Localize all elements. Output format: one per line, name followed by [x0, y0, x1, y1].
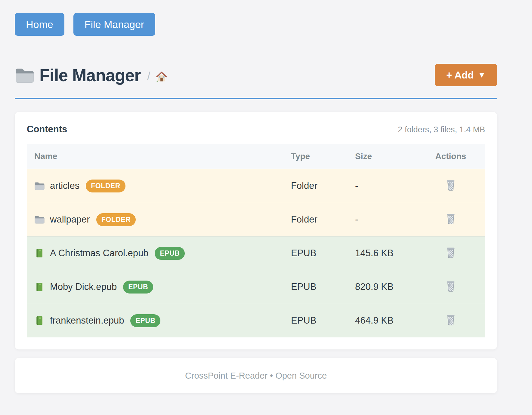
- green-book-icon: [34, 282, 45, 292]
- breadcrumb-separator: /: [147, 70, 150, 82]
- actions-cell: [416, 169, 485, 203]
- type-cell: Folder: [283, 169, 348, 203]
- green-book-icon: [34, 316, 45, 325]
- trash-icon: [446, 314, 456, 326]
- folder-icon: [34, 181, 45, 191]
- delete-button[interactable]: [444, 246, 457, 260]
- column-header-actions: Actions: [416, 144, 485, 169]
- type-badge: EPUB: [155, 247, 185, 260]
- folder-icon: [15, 66, 35, 84]
- type-badge: EPUB: [123, 281, 153, 294]
- add-button[interactable]: + Add ▼: [435, 64, 497, 86]
- file-name[interactable]: wallpaper: [50, 214, 90, 225]
- page-container: Home File Manager File Manager / + Add: [15, 0, 497, 393]
- contents-title: Contents: [27, 124, 67, 135]
- type-badge: FOLDER: [96, 213, 136, 226]
- size-cell: 145.6 KB: [348, 236, 416, 270]
- column-header-name: Name: [27, 144, 283, 169]
- name-cell: articles FOLDER: [27, 169, 283, 203]
- contents-card: Contents 2 folders, 3 files, 1.4 MB Name…: [15, 112, 497, 349]
- page-header: File Manager / + Add ▼: [15, 62, 497, 88]
- delete-button[interactable]: [444, 178, 457, 192]
- table-row[interactable]: A Christmas Carol.epub EPUB EPUB 145.6 K…: [27, 236, 485, 270]
- footer-text: CrossPoint E-Reader • Open Source: [185, 371, 327, 381]
- file-table: Name Type Size Actions: [27, 144, 485, 337]
- add-button-label: + Add: [446, 69, 474, 81]
- column-header-size: Size: [348, 144, 416, 169]
- folder-icon: [34, 215, 45, 224]
- caret-down-icon: ▼: [478, 70, 486, 80]
- footer-card: CrossPoint E-Reader • Open Source: [15, 358, 497, 393]
- file-manager-button[interactable]: File Manager: [73, 13, 155, 36]
- actions-cell: [416, 203, 485, 236]
- type-cell: EPUB: [283, 304, 348, 337]
- type-cell: EPUB: [283, 236, 348, 270]
- top-nav: Home File Manager: [15, 0, 497, 36]
- trash-icon: [446, 247, 456, 258]
- delete-button[interactable]: [444, 313, 457, 327]
- delete-button[interactable]: [444, 279, 457, 293]
- column-header-type: Type: [283, 144, 348, 169]
- size-cell: 464.9 KB: [348, 304, 416, 337]
- type-badge: EPUB: [130, 314, 160, 327]
- name-cell: Moby Dick.epub EPUB: [27, 270, 283, 304]
- trash-icon: [446, 213, 456, 225]
- table-row[interactable]: wallpaper FOLDER Folder -: [27, 203, 485, 236]
- type-cell: Folder: [283, 203, 348, 236]
- name-cell: wallpaper FOLDER: [27, 203, 283, 236]
- table-row[interactable]: frankenstein.epub EPUB EPUB 464.9 KB: [27, 304, 485, 337]
- page-title: File Manager: [39, 65, 141, 85]
- actions-cell: [416, 304, 485, 337]
- file-name[interactable]: articles: [50, 180, 79, 191]
- file-name[interactable]: A Christmas Carol.epub: [50, 248, 148, 259]
- type-badge: FOLDER: [86, 180, 125, 192]
- actions-cell: [416, 236, 485, 270]
- actions-cell: [416, 270, 485, 304]
- size-cell: 820.9 KB: [348, 270, 416, 304]
- name-cell: A Christmas Carol.epub EPUB: [27, 236, 283, 270]
- contents-header: Contents 2 folders, 3 files, 1.4 MB: [27, 124, 485, 135]
- table-header-row: Name Type Size Actions: [27, 144, 485, 169]
- home-breadcrumb-icon[interactable]: [155, 70, 168, 83]
- table-row[interactable]: articles FOLDER Folder -: [27, 169, 485, 203]
- contents-summary: 2 folders, 3 files, 1.4 MB: [398, 125, 485, 134]
- file-name[interactable]: frankenstein.epub: [50, 315, 124, 326]
- name-cell: frankenstein.epub EPUB: [27, 304, 283, 337]
- size-cell: -: [348, 169, 416, 203]
- table-row[interactable]: Moby Dick.epub EPUB EPUB 820.9 KB: [27, 270, 485, 304]
- delete-button[interactable]: [444, 212, 457, 226]
- header-divider: [15, 98, 497, 99]
- green-book-icon: [34, 248, 45, 258]
- trash-icon: [446, 281, 456, 292]
- trash-icon: [446, 180, 456, 191]
- type-cell: EPUB: [283, 270, 348, 304]
- home-button[interactable]: Home: [15, 13, 64, 36]
- file-name[interactable]: Moby Dick.epub: [50, 281, 117, 292]
- size-cell: -: [348, 203, 416, 236]
